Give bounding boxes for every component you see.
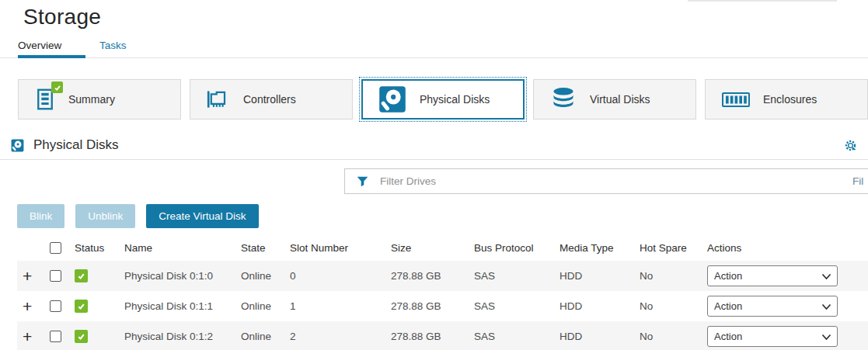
media-type-column-header: Media Type bbox=[559, 235, 640, 261]
disk-size: 278.88 GB bbox=[391, 291, 474, 321]
disk-hot-spare: No bbox=[640, 321, 707, 350]
state-column-header: State bbox=[241, 235, 290, 261]
disk-hot-spare: No bbox=[640, 291, 707, 321]
tab-tasks[interactable]: Tasks bbox=[99, 39, 167, 57]
card-summary[interactable]: Summary bbox=[18, 79, 181, 120]
row-checkbox[interactable] bbox=[50, 270, 61, 282]
disk-bus-protocol: SAS bbox=[474, 321, 559, 350]
card-virtual-disks-label: Virtual Disks bbox=[590, 93, 650, 106]
size-column-header: Size bbox=[391, 235, 474, 261]
disk-media-type: HDD bbox=[559, 291, 640, 321]
status-ok-icon bbox=[75, 330, 88, 343]
enclosures-icon-wrap bbox=[722, 92, 750, 107]
section-header: Physical Disks bbox=[0, 131, 868, 160]
virtual-disks-icon-wrap bbox=[550, 87, 577, 112]
controllers-icon-wrap bbox=[207, 89, 230, 109]
table-row: + Physical Disk 0:1:1 Online 1 278.88 GB… bbox=[17, 291, 868, 321]
status-ok-icon bbox=[75, 300, 88, 313]
filter-drives-input[interactable] bbox=[378, 175, 868, 188]
disk-media-type: HDD bbox=[559, 321, 640, 350]
blink-button[interactable]: Blink bbox=[17, 204, 64, 228]
expand-row-button[interactable]: + bbox=[17, 297, 32, 315]
expand-column-header bbox=[17, 235, 50, 261]
tabs-divider bbox=[0, 57, 868, 58]
disk-state: Online bbox=[241, 321, 290, 350]
category-cards: Summary Controllers Physical Disks bbox=[18, 79, 868, 120]
disk-state: Online bbox=[241, 291, 290, 321]
filter-drives-box: Fil bbox=[344, 168, 868, 194]
disk-bus-protocol: SAS bbox=[474, 291, 559, 321]
disk-size: 278.88 GB bbox=[391, 321, 474, 350]
create-virtual-disk-button[interactable]: Create Virtual Disk bbox=[146, 204, 258, 228]
active-tab-underline bbox=[18, 55, 85, 58]
action-select-wrap: Action bbox=[707, 265, 838, 286]
disk-name: Physical Disk 0:1:2 bbox=[124, 321, 241, 350]
disk-media-type: HDD bbox=[559, 261, 640, 291]
disk-slot: 0 bbox=[290, 261, 391, 291]
slot-number-column-header: Slot Number bbox=[290, 235, 391, 261]
controllers-icon bbox=[207, 89, 230, 109]
select-all-checkbox[interactable] bbox=[50, 242, 61, 254]
expand-row-button[interactable]: + bbox=[17, 327, 32, 345]
card-virtual-disks[interactable]: Virtual Disks bbox=[533, 79, 696, 120]
action-select[interactable]: Action bbox=[707, 296, 838, 317]
card-physical-disks-label: Physical Disks bbox=[420, 93, 490, 106]
table-header-row: Status Name State Slot Number Size Bus P… bbox=[17, 235, 868, 261]
disk-slot: 1 bbox=[290, 291, 391, 321]
tab-overview[interactable]: Overview bbox=[18, 39, 85, 57]
filter-row: Fil bbox=[0, 168, 868, 194]
card-controllers-label: Controllers bbox=[243, 93, 296, 106]
action-select-wrap: Action bbox=[707, 326, 838, 347]
card-summary-label: Summary bbox=[68, 93, 115, 106]
summary-icon-wrap bbox=[35, 88, 55, 110]
row-checkbox[interactable] bbox=[50, 300, 61, 312]
action-select[interactable]: Action bbox=[707, 326, 838, 347]
unblink-button[interactable]: Unblink bbox=[75, 204, 135, 228]
actions-column-header: Actions bbox=[707, 235, 868, 261]
physical-disks-table: Status Name State Slot Number Size Bus P… bbox=[17, 235, 868, 350]
tab-overview-label: Overview bbox=[18, 40, 61, 51]
name-column-header: Name bbox=[124, 235, 241, 261]
enclosures-icon bbox=[722, 92, 750, 107]
select-all-header bbox=[50, 235, 75, 261]
filter-right-label[interactable]: Fil bbox=[852, 175, 863, 187]
table-row: + Physical Disk 0:1:2 Online 2 278.88 GB… bbox=[17, 321, 868, 350]
physical-disks-section-icon bbox=[11, 139, 24, 152]
bus-protocol-column-header: Bus Protocol bbox=[474, 235, 559, 261]
physical-disks-icon bbox=[378, 85, 406, 113]
top-border-artifact bbox=[688, 0, 837, 2]
tab-tasks-label: Tasks bbox=[99, 40, 127, 51]
physical-disks-icon-wrap bbox=[378, 85, 406, 113]
section-title: Physical Disks bbox=[33, 137, 119, 153]
card-enclosures[interactable]: Enclosures bbox=[705, 79, 868, 120]
tab-bar: Overview Tasks bbox=[18, 39, 868, 57]
status-ok-icon bbox=[75, 269, 88, 282]
action-select-wrap: Action bbox=[707, 296, 838, 317]
disk-state: Online bbox=[241, 261, 290, 291]
expand-row-button[interactable]: + bbox=[17, 267, 32, 285]
virtual-disks-icon bbox=[550, 87, 577, 112]
gear-icon[interactable] bbox=[844, 139, 857, 152]
disk-hot-spare: No bbox=[640, 261, 707, 291]
toolbar: Blink Unblink Create Virtual Disk bbox=[17, 204, 868, 228]
table-row: + Physical Disk 0:1:0 Online 0 278.88 GB… bbox=[17, 261, 868, 291]
action-select[interactable]: Action bbox=[707, 265, 838, 286]
card-controllers[interactable]: Controllers bbox=[190, 79, 353, 120]
card-enclosures-label: Enclosures bbox=[763, 93, 817, 106]
disk-bus-protocol: SAS bbox=[474, 261, 559, 291]
card-physical-disks[interactable]: Physical Disks bbox=[361, 79, 525, 120]
filter-funnel-icon bbox=[357, 176, 368, 187]
disk-size: 278.88 GB bbox=[391, 261, 474, 291]
green-check-badge-icon bbox=[51, 81, 63, 93]
hot-spare-column-header: Hot Spare bbox=[640, 235, 707, 261]
row-checkbox[interactable] bbox=[50, 331, 61, 342]
disk-slot: 2 bbox=[290, 321, 391, 350]
disk-name: Physical Disk 0:1:1 bbox=[124, 291, 241, 321]
status-column-header: Status bbox=[75, 235, 124, 261]
page-title: Storage bbox=[23, 5, 868, 29]
disk-name: Physical Disk 0:1:0 bbox=[124, 261, 241, 291]
